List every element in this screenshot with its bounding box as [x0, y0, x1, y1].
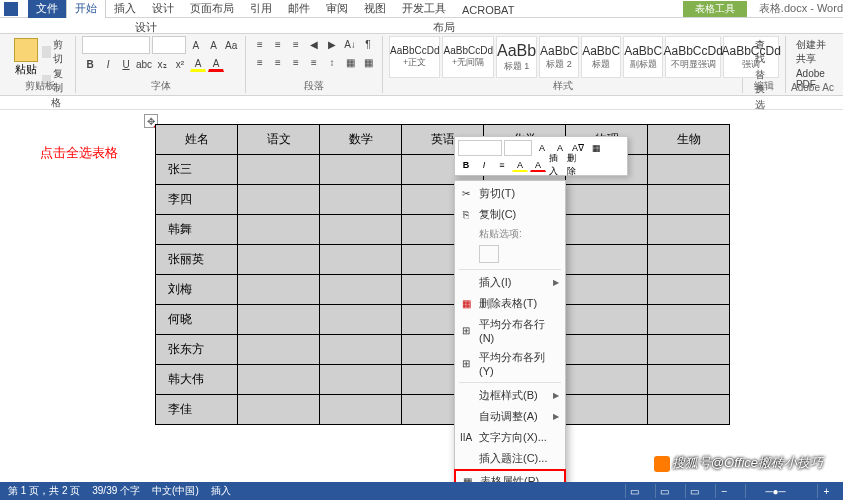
style-5[interactable]: AaBbC副标题 [623, 36, 663, 78]
bold-button[interactable]: B [82, 56, 98, 72]
status-insert-mode[interactable]: 插入 [211, 484, 231, 498]
style-1[interactable]: AaBbCcDd+无间隔 [442, 36, 493, 78]
line-spacing-button[interactable]: ↕ [324, 54, 340, 70]
cut-button[interactable]: 剪切 [42, 38, 69, 66]
table-cell[interactable] [238, 395, 320, 425]
view-read-button[interactable]: ▭ [625, 484, 643, 498]
mini-grow-font[interactable]: A [534, 141, 550, 155]
table-row[interactable]: 何晓 [156, 305, 730, 335]
style-0[interactable]: AaBbCcDd+正文 [389, 36, 440, 78]
table-cell[interactable] [648, 215, 730, 245]
multilevel-button[interactable]: ≡ [288, 36, 304, 52]
italic-button[interactable]: I [100, 56, 116, 72]
style-3[interactable]: AaBbC标题 2 [539, 36, 579, 78]
mini-align[interactable]: ≡ [494, 158, 510, 172]
tab-review[interactable]: 审阅 [318, 0, 356, 18]
table-row[interactable]: 李四 [156, 185, 730, 215]
numbering-button[interactable]: ≡ [270, 36, 286, 52]
ctx-distribute-cols[interactable]: ⊞平均分布各列(Y) [455, 347, 565, 380]
table-row[interactable]: 张三 [156, 155, 730, 185]
mini-delete[interactable]: 删除 [566, 158, 582, 172]
table-cell[interactable] [238, 365, 320, 395]
sup-button[interactable]: x² [172, 56, 188, 72]
change-case-button[interactable]: Aa [223, 37, 239, 53]
table-row[interactable]: 韩大伟 [156, 365, 730, 395]
table-cell[interactable] [648, 155, 730, 185]
show-marks-button[interactable]: ¶ [360, 36, 376, 52]
style-6[interactable]: AaBbCcDd不明显强调 [665, 36, 721, 78]
table-cell[interactable] [238, 185, 320, 215]
table-cell[interactable] [566, 215, 648, 245]
table-cell[interactable] [648, 335, 730, 365]
table-cell[interactable] [238, 335, 320, 365]
ctx-insert[interactable]: 插入(I)▶ [455, 272, 565, 293]
table-cell[interactable] [566, 245, 648, 275]
adobe-share-button[interactable]: 创建并共享 [796, 38, 829, 66]
tab-developer[interactable]: 开发工具 [394, 0, 454, 18]
table-cell[interactable] [320, 155, 402, 185]
status-page[interactable]: 第 1 页，共 2 页 [8, 484, 80, 498]
ruler[interactable] [0, 96, 843, 110]
sub-button[interactable]: x₂ [154, 56, 170, 72]
table-cell[interactable] [566, 335, 648, 365]
table-row[interactable]: 李佳 [156, 395, 730, 425]
tab-view[interactable]: 视图 [356, 0, 394, 18]
font-size-select[interactable] [152, 36, 186, 54]
tab-table-design[interactable]: 设计 [127, 18, 165, 33]
table-cell[interactable] [566, 395, 648, 425]
styles-gallery[interactable]: AaBbCcDd+正文AaBbCcDd+无间隔AaBb标题 1AaBbC标题 2… [383, 36, 743, 93]
mini-font-select[interactable] [458, 140, 502, 156]
status-language[interactable]: 中文(中国) [152, 484, 199, 498]
table-cell[interactable] [648, 245, 730, 275]
tab-table-layout[interactable]: 布局 [425, 18, 463, 33]
zoom-in-button[interactable]: + [817, 484, 835, 498]
align-left-button[interactable]: ≡ [252, 54, 268, 70]
document-table[interactable]: 姓名语文数学英语化学物理生物 张三李四韩舞张丽英刘梅何晓张东方韩大伟李佳 [155, 124, 730, 425]
table-cell[interactable] [320, 335, 402, 365]
ctx-distribute-rows[interactable]: ⊞平均分布各行(N) [455, 314, 565, 347]
mini-insert[interactable]: 插入 [548, 158, 564, 172]
zoom-slider[interactable]: ─●─ [745, 484, 805, 498]
ctx-insert-caption[interactable]: 插入题注(C)... [455, 448, 565, 469]
align-right-button[interactable]: ≡ [288, 54, 304, 70]
table-cell[interactable] [648, 275, 730, 305]
tab-mailings[interactable]: 邮件 [280, 0, 318, 18]
mini-font-color[interactable]: A [530, 158, 546, 172]
strike-button[interactable]: abc [136, 56, 152, 72]
tab-references[interactable]: 引用 [242, 0, 280, 18]
table-header[interactable]: 生物 [648, 125, 730, 155]
mini-border[interactable]: ▦ [588, 141, 604, 155]
table-header[interactable]: 姓名 [156, 125, 238, 155]
style-2[interactable]: AaBb标题 1 [496, 36, 537, 78]
table-cell[interactable] [320, 365, 402, 395]
mini-highlight[interactable]: A [512, 158, 528, 172]
ctx-delete-table[interactable]: ▦删除表格(T) [455, 293, 565, 314]
table-cell[interactable] [238, 215, 320, 245]
ctx-cut[interactable]: ✂剪切(T) [455, 183, 565, 204]
ctx-autofit[interactable]: 自动调整(A)▶ [455, 406, 565, 427]
table-row[interactable]: 韩舞 [156, 215, 730, 245]
sort-button[interactable]: A↓ [342, 36, 358, 52]
table-cell[interactable] [320, 275, 402, 305]
table-row[interactable]: 张东方 [156, 335, 730, 365]
status-word-count[interactable]: 39/39 个字 [92, 484, 140, 498]
indent-dec-button[interactable]: ◀ [306, 36, 322, 52]
justify-button[interactable]: ≡ [306, 54, 322, 70]
tab-acrobat[interactable]: ACROBAT [454, 2, 522, 18]
table-cell[interactable] [320, 305, 402, 335]
highlight-button[interactable]: A [190, 56, 206, 72]
ctx-text-direction[interactable]: IIA文字方向(X)... [455, 427, 565, 448]
font-family-select[interactable] [82, 36, 150, 54]
table-cell[interactable] [648, 185, 730, 215]
table-header[interactable]: 语文 [238, 125, 320, 155]
indent-inc-button[interactable]: ▶ [324, 36, 340, 52]
tab-home[interactable]: 开始 [66, 0, 106, 18]
tab-design[interactable]: 设计 [144, 0, 182, 18]
document-area[interactable]: ✥ 点击全选表格 姓名语文数学英语化学物理生物 张三李四韩舞张丽英刘梅何晓张东方… [0, 110, 843, 498]
mini-size-select[interactable] [504, 140, 532, 156]
mini-italic[interactable]: I [476, 158, 492, 172]
table-cell[interactable] [320, 185, 402, 215]
find-button[interactable]: 查找 [753, 38, 775, 66]
grow-font-button[interactable]: A [188, 37, 204, 53]
shrink-font-button[interactable]: A [206, 37, 222, 53]
